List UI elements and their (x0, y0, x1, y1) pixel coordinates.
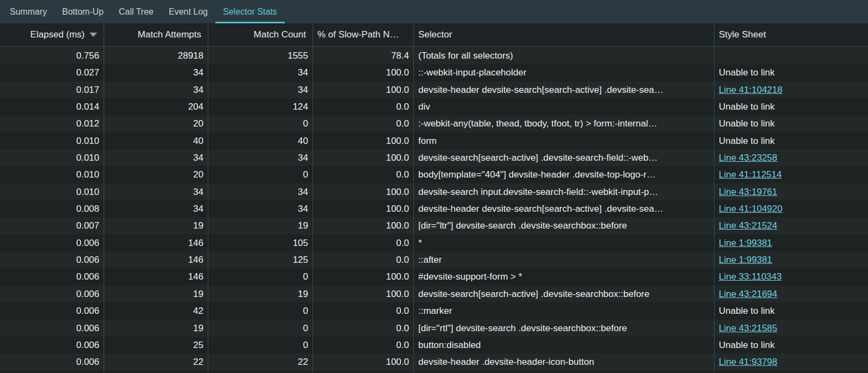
table-row[interactable]: 0.0061919100.0devsite-search[search-acti… (0, 286, 868, 302)
style-sheet-link[interactable]: Line 43:19761 (719, 187, 777, 197)
cell-selector: * (413, 235, 714, 251)
cell-slow-path-percent: 0.0 (312, 98, 413, 115)
style-sheet-link[interactable]: Line 1:99381 (719, 238, 772, 248)
table-row[interactable]: 0.0103434100.0devsite-search[search-acti… (0, 149, 868, 166)
cell-elapsed: 0.010 (0, 184, 104, 200)
cell-match-attempts: 146 (104, 268, 208, 285)
tab-call-tree[interactable]: Call Tree (111, 1, 161, 23)
performance-panel: Summary Bottom-Up Call Tree Event Log Se… (0, 0, 868, 373)
column-header-slow-path[interactable]: % of Slow-Path N… (312, 23, 413, 46)
cell-elapsed: 0.007 (0, 217, 104, 234)
cell-match-count: 0 (208, 268, 312, 285)
tab-summary[interactable]: Summary (2, 1, 54, 23)
cell-style-sheet: Line 41:112514 (714, 166, 868, 183)
cell-style-sheet: Unable to link (714, 132, 868, 149)
cell-match-count: 0 (208, 337, 312, 353)
cell-selector: button:disabled (413, 337, 714, 353)
table-row[interactable]: 0.0061461050.0*Line 1:99381 (0, 235, 868, 251)
cell-match-attempts: 34 (104, 64, 208, 81)
cell-elapsed: 0.006 (0, 251, 104, 268)
cell-match-count: 40 (208, 132, 312, 149)
cell-style-sheet: Unable to link (714, 337, 868, 353)
cell-selector: ::marker (413, 302, 714, 319)
table-row[interactable]: 0.0173434100.0devsite-header devsite-sea… (0, 81, 868, 98)
style-sheet-link[interactable]: Line 33:110343 (719, 271, 782, 282)
column-header-label: % of Slow-Path N… (317, 29, 399, 40)
cell-match-count: 125 (208, 251, 312, 268)
cell-slow-path-percent: 78.4 (312, 47, 413, 64)
cell-selector: devsite-header .devsite-header-icon-butt… (413, 353, 714, 370)
style-sheet-link[interactable]: Line 43:21694 (719, 289, 777, 299)
table-header: Elapsed (ms) Match Attempts Match Count … (0, 23, 868, 47)
cell-slow-path-percent: 100.0 (312, 132, 413, 149)
cell-style-sheet: Unable to link (714, 64, 868, 81)
results-tabbar: Summary Bottom-Up Call Tree Event Log Se… (0, 0, 868, 23)
column-header-elapsed[interactable]: Elapsed (ms) (0, 23, 104, 46)
cell-style-sheet: Line 1:99381 (714, 235, 868, 251)
cell-elapsed: 0.006 (0, 337, 104, 353)
style-sheet-link[interactable]: Line 1:99381 (719, 255, 772, 265)
cell-selector: devsite-header devsite-search[search-act… (413, 81, 714, 98)
cell-style-sheet: Line 41:93798 (714, 353, 868, 370)
table-row[interactable]: 0.0062500.0button:disabledUnable to link (0, 337, 868, 353)
cell-style-sheet: Line 41:104920 (714, 200, 868, 217)
cell-selector: :-webkit-any(table, thead, tbody, tfoot,… (413, 115, 714, 132)
cell-match-count: 34 (208, 64, 312, 81)
table-row[interactable]: 0.0142041240.0divUnable to link (0, 98, 868, 115)
cell-slow-path-percent: 0.0 (312, 115, 413, 132)
cell-slow-path-percent: 100.0 (312, 286, 413, 302)
style-sheet-link[interactable]: Line 41:104218 (719, 85, 782, 95)
table-row[interactable]: 0.0103434100.0devsite-search input.devsi… (0, 184, 868, 200)
cell-elapsed: 0.006 (0, 353, 104, 370)
table-row[interactable]: 0.0061461250.0::afterLine 1:99381 (0, 251, 868, 268)
style-sheet-link[interactable]: Line 41:112514 (719, 169, 782, 180)
column-header-match-attempts[interactable]: Match Attempts (104, 23, 208, 46)
table-row[interactable]: 0.75628918155578.4(Totals for all select… (0, 47, 868, 64)
cell-slow-path-percent: 100.0 (312, 353, 413, 370)
cell-selector: [dir="rtl"] devsite-search .devsite-sear… (413, 320, 714, 337)
cell-slow-path-percent: 100.0 (312, 200, 413, 217)
cell-match-count: 34 (208, 184, 312, 200)
cell-selector: devsite-search[search-active] .devsite-s… (413, 286, 714, 302)
cell-style-sheet: Line 43:21524 (714, 217, 868, 234)
table-row[interactable]: 0.0064200.0::markerUnable to link (0, 302, 868, 319)
column-header-label: Match Attempts (138, 29, 201, 40)
table-row[interactable]: 0.0122000.0:-webkit-any(table, thead, tb… (0, 115, 868, 132)
cell-style-sheet: Unable to link (714, 302, 868, 319)
column-header-style-sheet[interactable]: Style Sheet (714, 23, 868, 46)
cell-selector: devsite-search[search-active] .devsite-s… (413, 149, 714, 166)
table-row[interactable]: 0.0102000.0body[template="404"] devsite-… (0, 166, 868, 183)
cell-match-attempts: 19 (104, 217, 208, 234)
cell-match-count: 19 (208, 286, 312, 302)
tab-selector-stats[interactable]: Selector Stats (215, 1, 285, 23)
table-row[interactable]: 0.0062222100.0devsite-header .devsite-he… (0, 353, 868, 370)
table-row[interactable]: 0.0273434100.0::-webkit-input-placeholde… (0, 64, 868, 81)
table-row[interactable]: 0.0104040100.0formUnable to link (0, 132, 868, 149)
table-row[interactable]: 0.0061460100.0#devsite-support-form > *L… (0, 268, 868, 285)
table-row[interactable]: 0.0083434100.0devsite-header devsite-sea… (0, 200, 868, 217)
cell-match-attempts: 40 (104, 132, 208, 149)
table-row[interactable]: 0.0061900.0[dir="rtl"] devsite-search .d… (0, 320, 868, 337)
style-sheet-link[interactable]: Line 43:21585 (719, 323, 777, 333)
column-header-label: Elapsed (ms) (30, 29, 85, 40)
cell-style-sheet: Line 43:21585 (714, 320, 868, 337)
tab-bottom-up[interactable]: Bottom-Up (54, 1, 111, 23)
cell-match-count: 124 (208, 98, 312, 115)
tab-event-log[interactable]: Event Log (161, 1, 215, 23)
column-header-match-count[interactable]: Match Count (208, 23, 312, 46)
tab-label: Bottom-Up (62, 7, 103, 17)
style-sheet-link[interactable]: Line 41:104920 (719, 204, 782, 214)
cell-match-attempts: 19 (104, 286, 208, 302)
cell-elapsed: 0.756 (0, 47, 104, 64)
cell-elapsed: 0.010 (0, 149, 104, 166)
style-sheet-link[interactable]: Line 43:23258 (719, 153, 777, 163)
table-row[interactable]: 0.0071919100.0[dir="ltr"] devsite-search… (0, 217, 868, 234)
cell-selector: ::-webkit-input-placeholder (413, 64, 714, 81)
style-sheet-link[interactable]: Line 41:93798 (719, 357, 777, 367)
style-sheet-link[interactable]: Line 43:21524 (719, 220, 777, 231)
column-header-selector[interactable]: Selector (413, 23, 714, 46)
tab-label: Selector Stats (223, 7, 277, 17)
cell-match-attempts: 20 (104, 115, 208, 132)
cell-style-sheet: Line 43:23258 (714, 149, 868, 166)
cell-slow-path-percent: 100.0 (312, 184, 413, 200)
